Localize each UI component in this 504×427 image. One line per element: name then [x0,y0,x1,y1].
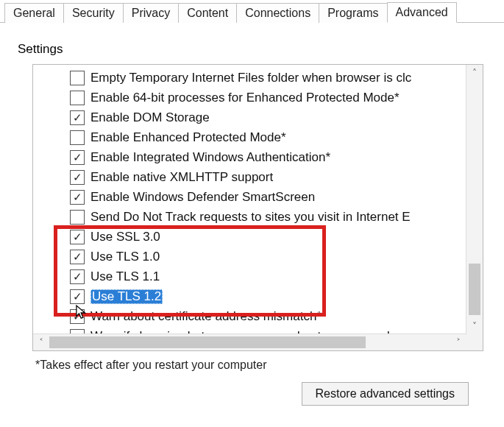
settings-item-label: Use TLS 1.1 [90,269,160,284]
settings-item-label: Send Do Not Track requests to sites you … [90,210,411,225]
tab-connections[interactable]: Connections [236,3,319,23]
vertical-scrollbar[interactable]: ˄ ˅ [466,65,483,334]
settings-item-label: Use TLS 1.0 [90,250,160,264]
settings-item[interactable]: Enable DOM Storage [36,107,466,127]
scroll-left-arrow-icon[interactable]: ˂ [33,334,49,350]
settings-item-label: Enable DOM Storage [90,110,210,125]
checkbox[interactable] [70,210,85,225]
settings-item[interactable]: Send Do Not Track requests to sites you … [36,207,466,227]
settings-group-label: Settings [18,42,67,57]
checkbox[interactable] [70,289,85,304]
checkbox[interactable] [70,250,85,264]
tab-content-advanced: Settings Empty Temporary Internet Files … [0,23,504,413]
settings-item[interactable]: Enable native XMLHTTP support [36,167,466,187]
settings-item-label: Warn about certificate address mismatch* [90,309,322,324]
checkbox[interactable] [70,170,85,185]
checkbox[interactable] [70,230,85,244]
checkbox[interactable] [70,150,85,165]
vertical-scroll-thumb[interactable] [469,264,480,315]
settings-item-label: Enable native XMLHTTP support [90,170,273,185]
settings-item[interactable]: Use TLS 1.2 [36,286,466,306]
internet-options-dialog: GeneralSecurityPrivacyContentConnections… [0,0,504,427]
checkbox[interactable] [70,190,85,205]
checkbox[interactable] [70,91,85,105]
checkbox[interactable] [70,269,85,284]
settings-item-label: Enable Integrated Windows Authentication… [90,150,330,165]
checkbox[interactable] [70,130,85,145]
tab-privacy[interactable]: Privacy [123,3,179,23]
scroll-right-arrow-icon[interactable]: ˃ [450,334,466,350]
restart-note: *Takes effect after you restart your com… [35,359,486,372]
scroll-down-arrow-icon[interactable]: ˅ [466,318,483,334]
settings-listbox[interactable]: Empty Temporary Internet Files folder wh… [32,64,483,351]
scrollbar-corner [466,334,483,350]
settings-item[interactable]: Use SSL 3.0 [36,227,466,247]
settings-item-label: Use SSL 3.0 [90,230,160,244]
checkbox[interactable] [70,71,85,85]
settings-item-label: Enable Enhanced Protected Mode* [90,130,286,145]
settings-item[interactable]: Enable Windows Defender SmartScreen [36,187,466,207]
horizontal-scrollbar[interactable]: ˂ ˃ [33,334,466,350]
settings-item[interactable]: Empty Temporary Internet Files folder wh… [36,68,466,88]
settings-item[interactable]: Use TLS 1.0 [36,247,466,267]
horizontal-scroll-thumb[interactable] [49,336,366,348]
tab-advanced[interactable]: Advanced [387,2,457,23]
settings-item-label: Use TLS 1.2 [90,289,163,304]
scroll-up-arrow-icon[interactable]: ˄ [466,65,483,81]
settings-item[interactable]: Enable 64-bit processes for Enhanced Pro… [36,88,466,107]
settings-group: Settings Empty Temporary Internet Files … [18,42,486,351]
settings-item[interactable]: Use TLS 1.1 [36,267,466,286]
button-row: Restore advanced settings [18,382,469,406]
settings-item[interactable]: Enable Integrated Windows Authentication… [36,147,466,167]
tab-content[interactable]: Content [178,3,237,23]
settings-item-label: Enable 64-bit processes for Enhanced Pro… [90,91,400,105]
settings-item-label: Enable Windows Defender SmartScreen [90,190,315,205]
settings-item-label: Empty Temporary Internet Files folder wh… [90,71,411,85]
tab-general[interactable]: General [4,3,64,23]
tab-programs[interactable]: Programs [319,3,387,23]
settings-item[interactable]: Warn about certificate address mismatch* [36,306,466,326]
restore-advanced-settings-button[interactable]: Restore advanced settings [302,382,469,406]
settings-item[interactable]: Enable Enhanced Protected Mode* [36,127,466,147]
checkbox[interactable] [70,309,85,324]
tabstrip: GeneralSecurityPrivacyContentConnections… [0,0,504,23]
checkbox[interactable] [70,110,85,125]
tab-security[interactable]: Security [63,3,124,23]
